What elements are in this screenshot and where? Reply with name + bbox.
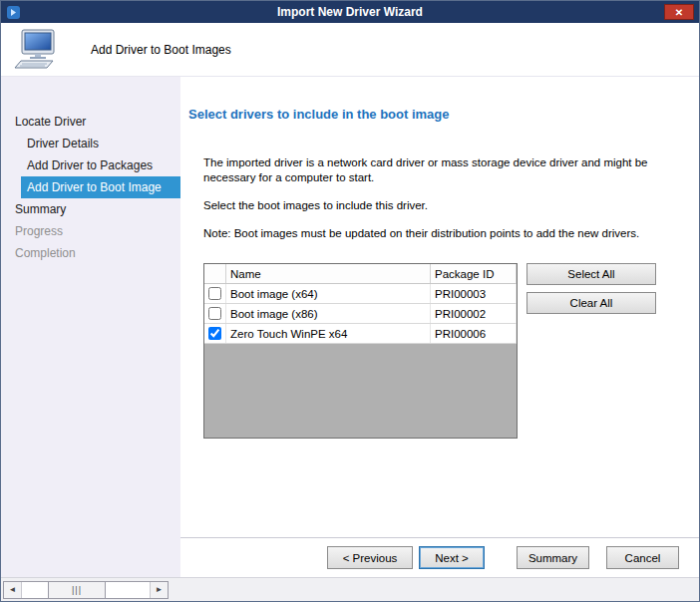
- page-title: Select drivers to include in the boot im…: [188, 107, 683, 122]
- row-package-id: PRI00003: [431, 284, 517, 303]
- description-paragraph: The imported driver is a network card dr…: [203, 155, 684, 185]
- import-new-driver-wizard-window: Import New Driver Wizard ✕ Add Driver to…: [0, 0, 700, 602]
- table-empty-area: [204, 344, 517, 438]
- scroll-right-icon[interactable]: ►: [150, 582, 168, 598]
- row-checkbox[interactable]: [208, 327, 221, 340]
- table-row[interactable]: Boot image (x64) PRI00003: [204, 284, 517, 304]
- wizard-steps-sidebar: Locate Driver Driver Details Add Driver …: [1, 77, 180, 577]
- previous-button[interactable]: < Previous: [327, 546, 413, 569]
- sidebar-item-driver-details[interactable]: Driver Details: [1, 133, 180, 154]
- row-package-id: PRI00002: [431, 304, 517, 323]
- wizard-navigation-bar: < Previous Next > Summary Cancel: [180, 537, 699, 577]
- row-package-id: PRI00006: [431, 324, 517, 343]
- name-column-header[interactable]: Name: [226, 264, 431, 283]
- sidebar-item-summary[interactable]: Summary: [1, 198, 180, 220]
- row-checkbox[interactable]: [208, 307, 221, 320]
- row-name: Zero Touch WinPE x64: [226, 324, 431, 343]
- sidebar-item-locate-driver[interactable]: Locate Driver: [1, 111, 180, 133]
- clear-all-button[interactable]: Clear All: [526, 292, 656, 314]
- sidebar-item-progress: Progress: [1, 220, 180, 242]
- sidebar-item-completion: Completion: [1, 242, 180, 264]
- table-row[interactable]: Zero Touch WinPE x64 PRI00006: [204, 324, 517, 344]
- package-id-column-header[interactable]: Package ID: [431, 264, 517, 283]
- row-name: Boot image (x86): [226, 304, 431, 323]
- table-row[interactable]: Boot image (x86) PRI00002: [204, 304, 517, 324]
- scrollbar-track[interactable]: |||: [22, 582, 150, 598]
- boot-image-selection-zone: Name Package ID Boot image (x64) PRI0000…: [203, 263, 683, 439]
- table-header-row: Name Package ID: [204, 264, 517, 284]
- sidebar-item-add-driver-to-packages[interactable]: Add Driver to Packages: [1, 154, 180, 176]
- summary-button[interactable]: Summary: [517, 546, 589, 569]
- selection-buttons: Select All Clear All: [526, 263, 656, 314]
- checkbox-cell: [204, 284, 226, 303]
- page-description: The imported driver is a network card dr…: [203, 155, 684, 241]
- page-content: Select drivers to include in the boot im…: [180, 77, 699, 537]
- select-all-button[interactable]: Select All: [526, 263, 656, 285]
- cancel-button[interactable]: Cancel: [606, 546, 679, 569]
- titlebar: Import New Driver Wizard ✕: [1, 1, 699, 23]
- wizard-page: Select drivers to include in the boot im…: [180, 77, 699, 577]
- next-button[interactable]: Next >: [419, 546, 485, 569]
- row-name: Boot image (x64): [226, 284, 431, 303]
- horizontal-scrollbar[interactable]: ◄ ||| ►: [3, 581, 169, 599]
- window-title: Import New Driver Wizard: [1, 5, 699, 19]
- header-title: Add Driver to Boot Images: [91, 43, 231, 57]
- scrollbar-thumb[interactable]: |||: [48, 582, 106, 598]
- wizard-body: Locate Driver Driver Details Add Driver …: [1, 77, 699, 577]
- wizard-header: Add Driver to Boot Images: [1, 23, 699, 77]
- close-icon[interactable]: ✕: [664, 4, 694, 20]
- row-checkbox[interactable]: [208, 287, 221, 300]
- checkbox-cell: [204, 304, 226, 323]
- scroll-left-icon[interactable]: ◄: [4, 582, 22, 598]
- instruction-paragraph: Select the boot images to include this d…: [203, 198, 684, 213]
- checkbox-cell: [204, 324, 226, 343]
- sidebar-item-add-driver-to-boot-image[interactable]: Add Driver to Boot Image: [21, 176, 180, 198]
- checkbox-column-header[interactable]: [204, 264, 226, 283]
- note-paragraph: Note: Boot images must be updated on the…: [203, 226, 684, 241]
- computer-icon: [13, 29, 59, 71]
- wizard-app-icon: [6, 5, 21, 20]
- statusbar: ◄ ||| ►: [1, 577, 699, 601]
- boot-images-table: Name Package ID Boot image (x64) PRI0000…: [203, 263, 518, 439]
